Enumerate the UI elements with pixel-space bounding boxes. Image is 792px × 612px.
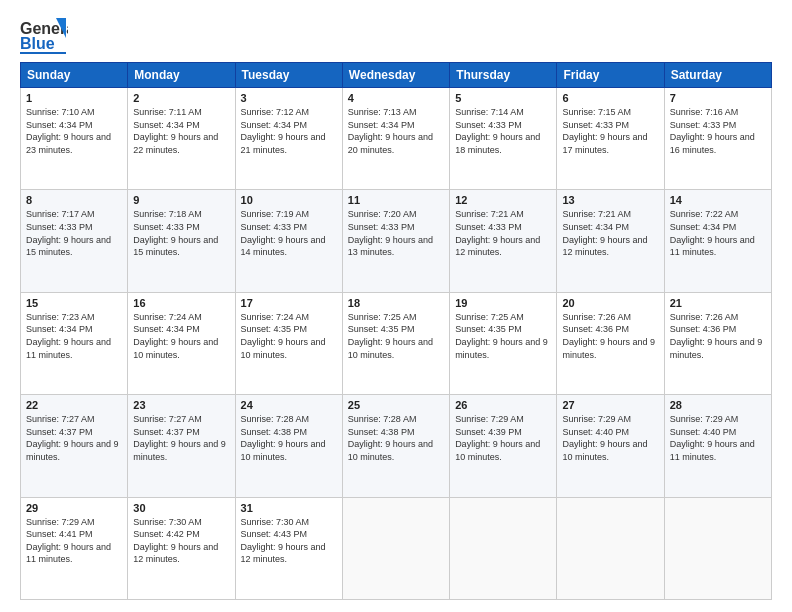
calendar-cell: 8Sunrise: 7:17 AMSunset: 4:33 PMDaylight… xyxy=(21,190,128,292)
svg-text:Blue: Blue xyxy=(20,35,55,52)
day-number: 9 xyxy=(133,194,229,206)
day-number: 4 xyxy=(348,92,444,104)
calendar-cell: 13Sunrise: 7:21 AMSunset: 4:34 PMDayligh… xyxy=(557,190,664,292)
day-info: Sunrise: 7:29 AMSunset: 4:39 PMDaylight:… xyxy=(455,413,551,463)
day-number: 22 xyxy=(26,399,122,411)
day-info: Sunrise: 7:25 AMSunset: 4:35 PMDaylight:… xyxy=(455,311,551,361)
day-info: Sunrise: 7:30 AMSunset: 4:42 PMDaylight:… xyxy=(133,516,229,566)
calendar-cell: 4Sunrise: 7:13 AMSunset: 4:34 PMDaylight… xyxy=(342,88,449,190)
day-number: 23 xyxy=(133,399,229,411)
day-info: Sunrise: 7:28 AMSunset: 4:38 PMDaylight:… xyxy=(241,413,337,463)
calendar-header-sunday: Sunday xyxy=(21,63,128,88)
calendar-cell: 26Sunrise: 7:29 AMSunset: 4:39 PMDayligh… xyxy=(450,395,557,497)
day-number: 13 xyxy=(562,194,658,206)
day-info: Sunrise: 7:22 AMSunset: 4:34 PMDaylight:… xyxy=(670,208,766,258)
calendar-cell: 12Sunrise: 7:21 AMSunset: 4:33 PMDayligh… xyxy=(450,190,557,292)
day-info: Sunrise: 7:11 AMSunset: 4:34 PMDaylight:… xyxy=(133,106,229,156)
calendar-cell: 5Sunrise: 7:14 AMSunset: 4:33 PMDaylight… xyxy=(450,88,557,190)
day-info: Sunrise: 7:24 AMSunset: 4:34 PMDaylight:… xyxy=(133,311,229,361)
day-info: Sunrise: 7:25 AMSunset: 4:35 PMDaylight:… xyxy=(348,311,444,361)
day-number: 29 xyxy=(26,502,122,514)
day-info: Sunrise: 7:21 AMSunset: 4:33 PMDaylight:… xyxy=(455,208,551,258)
calendar-header-wednesday: Wednesday xyxy=(342,63,449,88)
day-number: 18 xyxy=(348,297,444,309)
calendar-cell: 23Sunrise: 7:27 AMSunset: 4:37 PMDayligh… xyxy=(128,395,235,497)
calendar-table: SundayMondayTuesdayWednesdayThursdayFrid… xyxy=(20,62,772,600)
day-info: Sunrise: 7:18 AMSunset: 4:33 PMDaylight:… xyxy=(133,208,229,258)
logo: General Blue xyxy=(20,16,68,54)
day-number: 19 xyxy=(455,297,551,309)
calendar-cell: 21Sunrise: 7:26 AMSunset: 4:36 PMDayligh… xyxy=(664,292,771,394)
day-number: 15 xyxy=(26,297,122,309)
calendar-cell: 20Sunrise: 7:26 AMSunset: 4:36 PMDayligh… xyxy=(557,292,664,394)
day-info: Sunrise: 7:12 AMSunset: 4:34 PMDaylight:… xyxy=(241,106,337,156)
day-info: Sunrise: 7:17 AMSunset: 4:33 PMDaylight:… xyxy=(26,208,122,258)
calendar-cell xyxy=(450,497,557,599)
day-number: 8 xyxy=(26,194,122,206)
day-number: 5 xyxy=(455,92,551,104)
calendar-cell xyxy=(664,497,771,599)
calendar-week-2: 8Sunrise: 7:17 AMSunset: 4:33 PMDaylight… xyxy=(21,190,772,292)
day-info: Sunrise: 7:20 AMSunset: 4:33 PMDaylight:… xyxy=(348,208,444,258)
day-number: 2 xyxy=(133,92,229,104)
svg-rect-3 xyxy=(20,52,66,54)
page: General Blue SundayMondayTuesdayWednesda… xyxy=(0,0,792,612)
day-number: 16 xyxy=(133,297,229,309)
day-number: 31 xyxy=(241,502,337,514)
day-number: 14 xyxy=(670,194,766,206)
day-info: Sunrise: 7:28 AMSunset: 4:38 PMDaylight:… xyxy=(348,413,444,463)
calendar-cell: 3Sunrise: 7:12 AMSunset: 4:34 PMDaylight… xyxy=(235,88,342,190)
day-info: Sunrise: 7:27 AMSunset: 4:37 PMDaylight:… xyxy=(26,413,122,463)
day-info: Sunrise: 7:13 AMSunset: 4:34 PMDaylight:… xyxy=(348,106,444,156)
calendar-cell: 6Sunrise: 7:15 AMSunset: 4:33 PMDaylight… xyxy=(557,88,664,190)
calendar-cell: 16Sunrise: 7:24 AMSunset: 4:34 PMDayligh… xyxy=(128,292,235,394)
calendar-cell: 10Sunrise: 7:19 AMSunset: 4:33 PMDayligh… xyxy=(235,190,342,292)
day-info: Sunrise: 7:30 AMSunset: 4:43 PMDaylight:… xyxy=(241,516,337,566)
calendar-header-monday: Monday xyxy=(128,63,235,88)
calendar-week-1: 1Sunrise: 7:10 AMSunset: 4:34 PMDaylight… xyxy=(21,88,772,190)
day-number: 17 xyxy=(241,297,337,309)
calendar-cell: 14Sunrise: 7:22 AMSunset: 4:34 PMDayligh… xyxy=(664,190,771,292)
day-info: Sunrise: 7:10 AMSunset: 4:34 PMDaylight:… xyxy=(26,106,122,156)
day-info: Sunrise: 7:14 AMSunset: 4:33 PMDaylight:… xyxy=(455,106,551,156)
calendar-cell: 24Sunrise: 7:28 AMSunset: 4:38 PMDayligh… xyxy=(235,395,342,497)
day-number: 11 xyxy=(348,194,444,206)
calendar-cell: 15Sunrise: 7:23 AMSunset: 4:34 PMDayligh… xyxy=(21,292,128,394)
calendar-header-thursday: Thursday xyxy=(450,63,557,88)
calendar-cell: 9Sunrise: 7:18 AMSunset: 4:33 PMDaylight… xyxy=(128,190,235,292)
day-number: 27 xyxy=(562,399,658,411)
calendar-cell: 11Sunrise: 7:20 AMSunset: 4:33 PMDayligh… xyxy=(342,190,449,292)
day-number: 24 xyxy=(241,399,337,411)
calendar-cell: 27Sunrise: 7:29 AMSunset: 4:40 PMDayligh… xyxy=(557,395,664,497)
calendar-cell: 31Sunrise: 7:30 AMSunset: 4:43 PMDayligh… xyxy=(235,497,342,599)
calendar-cell xyxy=(342,497,449,599)
calendar-cell: 1Sunrise: 7:10 AMSunset: 4:34 PMDaylight… xyxy=(21,88,128,190)
calendar-header-row: SundayMondayTuesdayWednesdayThursdayFrid… xyxy=(21,63,772,88)
calendar-cell: 17Sunrise: 7:24 AMSunset: 4:35 PMDayligh… xyxy=(235,292,342,394)
day-info: Sunrise: 7:26 AMSunset: 4:36 PMDaylight:… xyxy=(562,311,658,361)
calendar-cell: 2Sunrise: 7:11 AMSunset: 4:34 PMDaylight… xyxy=(128,88,235,190)
day-number: 3 xyxy=(241,92,337,104)
day-number: 10 xyxy=(241,194,337,206)
day-number: 7 xyxy=(670,92,766,104)
day-info: Sunrise: 7:29 AMSunset: 4:41 PMDaylight:… xyxy=(26,516,122,566)
calendar-cell: 7Sunrise: 7:16 AMSunset: 4:33 PMDaylight… xyxy=(664,88,771,190)
calendar-cell: 30Sunrise: 7:30 AMSunset: 4:42 PMDayligh… xyxy=(128,497,235,599)
day-info: Sunrise: 7:24 AMSunset: 4:35 PMDaylight:… xyxy=(241,311,337,361)
day-info: Sunrise: 7:26 AMSunset: 4:36 PMDaylight:… xyxy=(670,311,766,361)
calendar-header-friday: Friday xyxy=(557,63,664,88)
day-info: Sunrise: 7:21 AMSunset: 4:34 PMDaylight:… xyxy=(562,208,658,258)
calendar-cell: 19Sunrise: 7:25 AMSunset: 4:35 PMDayligh… xyxy=(450,292,557,394)
header: General Blue xyxy=(20,16,772,54)
day-info: Sunrise: 7:16 AMSunset: 4:33 PMDaylight:… xyxy=(670,106,766,156)
day-number: 26 xyxy=(455,399,551,411)
day-number: 20 xyxy=(562,297,658,309)
calendar-week-4: 22Sunrise: 7:27 AMSunset: 4:37 PMDayligh… xyxy=(21,395,772,497)
logo-icon: General Blue xyxy=(20,16,68,54)
calendar-cell xyxy=(557,497,664,599)
calendar-header-saturday: Saturday xyxy=(664,63,771,88)
calendar-week-3: 15Sunrise: 7:23 AMSunset: 4:34 PMDayligh… xyxy=(21,292,772,394)
day-number: 28 xyxy=(670,399,766,411)
day-info: Sunrise: 7:15 AMSunset: 4:33 PMDaylight:… xyxy=(562,106,658,156)
day-info: Sunrise: 7:27 AMSunset: 4:37 PMDaylight:… xyxy=(133,413,229,463)
